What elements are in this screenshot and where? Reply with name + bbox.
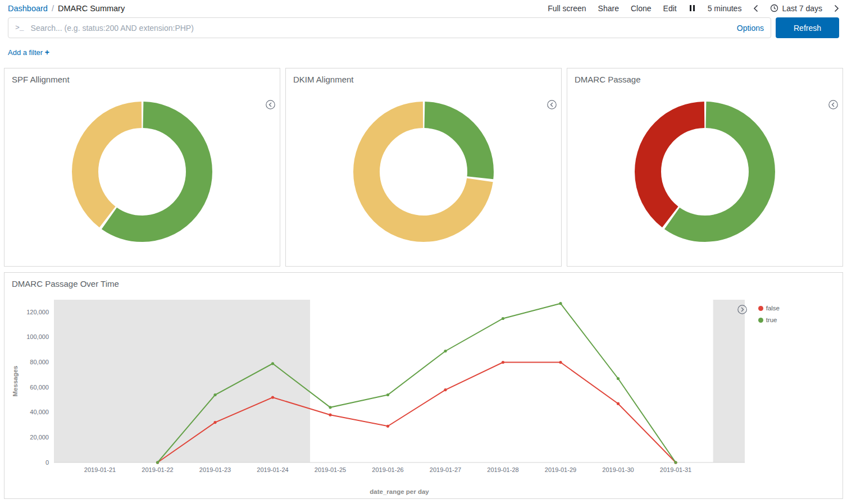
svg-text:40,000: 40,000 [30,409,49,415]
chart-legend: false true [758,305,780,323]
legend-collapse-icon[interactable] [266,100,275,109]
refresh-button[interactable]: Refresh [776,17,839,38]
dkim-alignment-donut-chart[interactable] [286,99,561,245]
legend-label-true: true [766,317,777,323]
pause-icon[interactable] [689,5,696,11]
add-filter-label: Add a filter [8,48,43,57]
time-range-label: Last 7 days [782,4,822,13]
svg-text:2019-01-26: 2019-01-26 [372,466,403,473]
time-range-button[interactable]: Last 7 days [770,4,822,13]
svg-text:date_range per day: date_range per day [370,488,429,495]
panel-title-dmarc: DMARC Passage [567,68,843,84]
share-button[interactable]: Share [598,4,619,13]
topbar-actions: Full screen Share Clone Edit 5 minutes L… [548,4,839,13]
dmarc-passage-donut-chart[interactable] [567,99,843,245]
search-box: >_ Options [8,17,771,38]
refresh-interval-button[interactable]: 5 minutes [708,4,742,13]
time-back-icon[interactable] [753,4,758,12]
full-screen-button[interactable]: Full screen [548,4,586,13]
legend-expand-icon[interactable] [737,305,747,314]
svg-text:2019-01-27: 2019-01-27 [430,466,461,473]
svg-text:2019-01-22: 2019-01-22 [142,466,173,473]
legend-collapse-icon[interactable] [547,100,557,109]
svg-text:60,000: 60,000 [30,384,49,391]
legend-item-false[interactable]: false [758,305,780,311]
panel-title-spf: SPF Allignment [4,68,280,84]
plus-icon: + [45,48,49,57]
svg-text:2019-01-24: 2019-01-24 [257,466,288,473]
donut-panels-row: SPF Allignment DKIM Alignment DMARC Pass… [0,68,847,267]
svg-text:2019-01-31: 2019-01-31 [660,466,691,473]
spf-alignment-donut-chart[interactable] [4,99,280,245]
svg-text:2019-01-25: 2019-01-25 [315,466,346,473]
panel-dmarc-passage-over-time: DMARC Passage Over Time 020,00040,00060,… [4,272,843,499]
legend-dot-false [758,306,763,311]
svg-text:100,000: 100,000 [26,333,49,340]
top-nav-bar: Dashboard / DMARC Summary Full screen Sh… [0,0,847,15]
clone-button[interactable]: Clone [631,4,652,13]
svg-text:2019-01-21: 2019-01-21 [84,466,116,473]
legend-item-true[interactable]: true [758,317,780,323]
add-filter-link[interactable]: Add a filter + [8,48,49,57]
breadcrumb-dashboard-link[interactable]: Dashboard [8,4,48,13]
legend-label-false: false [766,305,780,311]
panel-title-over-time: DMARC Passage Over Time [4,273,843,288]
svg-text:2019-01-30: 2019-01-30 [602,466,634,473]
dmarc-over-time-line-chart[interactable]: 020,00040,00060,00080,000100,000120,0002… [9,295,843,500]
panel-spf-alignment: SPF Allignment [4,68,280,267]
svg-text:2019-01-29: 2019-01-29 [545,466,576,473]
panel-dkim-alignment: DKIM Alignment [285,68,562,267]
query-prompt-icon: >_ [15,24,24,32]
query-bar: >_ Options Refresh [0,15,847,38]
breadcrumb: Dashboard / DMARC Summary [8,4,125,13]
breadcrumb-current: DMARC Summary [58,4,125,13]
edit-button[interactable]: Edit [663,4,677,13]
panel-title-dkim: DKIM Alignment [286,68,561,84]
legend-collapse-icon[interactable] [828,100,838,109]
time-forward-icon[interactable] [834,4,839,12]
options-link[interactable]: Options [737,24,764,33]
svg-text:2019-01-23: 2019-01-23 [199,466,231,473]
clock-icon [770,4,778,12]
svg-text:0: 0 [45,459,49,466]
panel-dmarc-passage: DMARC Passage [567,68,843,267]
svg-text:Messages: Messages [12,366,19,397]
search-input[interactable] [30,23,731,33]
svg-text:120,000: 120,000 [26,309,49,315]
legend-dot-true [758,318,763,323]
filter-bar: Add a filter + [0,38,847,57]
svg-text:80,000: 80,000 [30,359,49,365]
svg-text:2019-01-28: 2019-01-28 [487,466,518,473]
breadcrumb-separator: / [52,4,54,13]
svg-text:20,000: 20,000 [30,434,49,441]
